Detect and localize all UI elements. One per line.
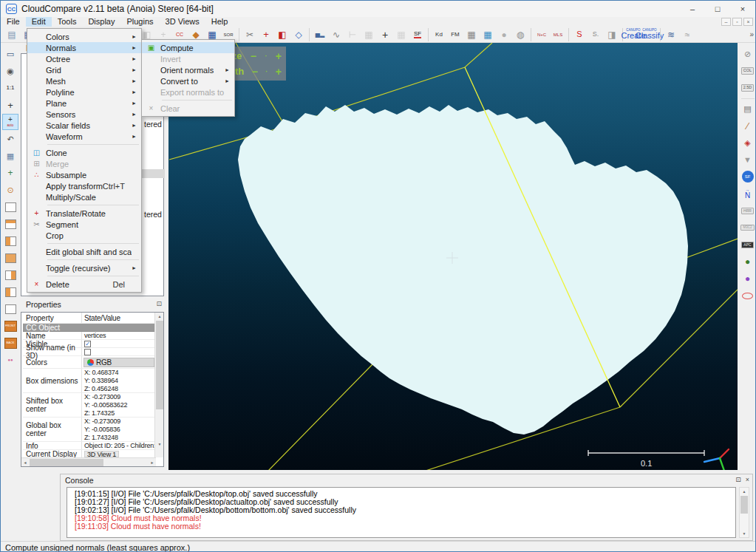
- menu-help[interactable]: Help: [205, 17, 234, 27]
- console-title[interactable]: Console ⊡ ×: [61, 474, 752, 486]
- normals-submenu-item-clear[interactable]: ×Clear: [142, 103, 234, 114]
- normals-curvature-icon[interactable]: N+C: [534, 27, 550, 42]
- classify-icon[interactable]: S.: [588, 27, 604, 42]
- edit-menu-item-plane[interactable]: Plane►: [27, 98, 141, 109]
- line-width-minus-button[interactable]: −: [252, 66, 258, 78]
- edit-menu-item-subsample[interactable]: ∴Subsample: [27, 169, 141, 180]
- edit-menu-item-merge[interactable]: ⊞Merge: [27, 158, 141, 169]
- m3c2-icon[interactable]: M3C2: [740, 219, 756, 236]
- edit-menu-item-polyline[interactable]: Polyline►: [27, 86, 141, 98]
- edit-menu-item-delete[interactable]: ×DeleteDel: [27, 279, 141, 290]
- edit-menu-item-mesh[interactable]: Mesh►: [27, 75, 141, 86]
- view-right-icon[interactable]: [2, 267, 18, 283]
- translate-rotate-icon[interactable]: +: [258, 27, 274, 42]
- console-close-icon[interactable]: ×: [746, 476, 749, 483]
- clean-broom-icon[interactable]: ∕: [740, 117, 756, 134]
- normals-tool-icon[interactable]: →N: [740, 185, 756, 202]
- scroll-right-icon[interactable]: ►: [149, 458, 156, 467]
- db-tree-item-label[interactable]: tered: [144, 210, 162, 219]
- maximize-button[interactable]: □: [705, 1, 730, 17]
- ellipse-roi-icon[interactable]: [740, 287, 756, 304]
- edit-menu-item-crop[interactable]: Crop: [27, 230, 141, 241]
- properties-title[interactable]: Properties ⊡: [20, 299, 165, 310]
- title-bar[interactable]: CC CloudCompare v2.11 beta (Anoia) Stere…: [1, 1, 755, 17]
- open-icon[interactable]: ▤: [4, 27, 20, 42]
- pan-view-icon[interactable]: +: [2, 165, 18, 181]
- scroll-left-icon[interactable]: ◄: [21, 458, 29, 467]
- menu-3d-views[interactable]: 3D Views: [160, 17, 205, 27]
- zoom-view-icon[interactable]: ⊙: [2, 182, 18, 198]
- line-width-plus-button[interactable]: +: [276, 66, 282, 78]
- edit-menu-item-toggle-recursive[interactable]: Toggle (recursive)►: [27, 262, 141, 273]
- console-log[interactable]: [19:01:15] [I/O] File 'C:/Users/pfalk/De…: [67, 487, 736, 538]
- edit-menu-item-octree[interactable]: Octree►: [27, 53, 141, 64]
- edit-menu-item-multiply-scale[interactable]: Multiply/Scale: [27, 191, 141, 202]
- zoom-1-1-icon[interactable]: 1:1: [2, 80, 18, 96]
- add-icon[interactable]: +: [377, 27, 393, 42]
- shield-icon[interactable]: ▼: [740, 151, 756, 168]
- rasterize-25d-icon[interactable]: 2.5D: [740, 80, 756, 96]
- 3d-viewport[interactable]: 0.1 ize − · + dth − · +: [168, 43, 738, 470]
- render-to-file-icon[interactable]: ▦: [463, 27, 480, 42]
- rsd-icon[interactable]: ●: [740, 270, 756, 287]
- normals-submenu-item-export-normals-to-sf-s[interactable]: Export normals to SF(s): [142, 86, 234, 98]
- view-top-icon[interactable]: [2, 216, 18, 232]
- normals-submenu-item-orient-normals[interactable]: Orient normals►: [142, 64, 234, 75]
- dock-pin-icon[interactable]: ⊡: [156, 300, 162, 307]
- scalar-fields-icon[interactable]: SF: [409, 27, 426, 42]
- animation-icon[interactable]: ▤: [740, 100, 756, 117]
- edit-menu-item-colors[interactable]: Colors►: [27, 31, 141, 42]
- curve-fit-icon[interactable]: ∿: [328, 27, 344, 42]
- edit-menu-item-normals[interactable]: Normals►: [27, 42, 141, 53]
- disable-filter-icon[interactable]: ⊘: [740, 46, 756, 62]
- menu-display[interactable]: Display: [82, 17, 120, 27]
- menu-edit[interactable]: Edit: [26, 17, 52, 27]
- hrr-icon[interactable]: HRR: [740, 202, 756, 219]
- minimize-button[interactable]: –: [680, 1, 705, 17]
- edit-menu-item-scalar-fields[interactable]: Scalar fields►: [27, 120, 141, 131]
- edit-menu-item-grid[interactable]: Grid►: [27, 64, 141, 75]
- point-size-minus-button[interactable]: −: [251, 50, 256, 62]
- auto-pick-center-icon[interactable]: +auto: [2, 114, 18, 130]
- console-pin-icon[interactable]: ⊡: [735, 476, 741, 483]
- apc-icon[interactable]: APC: [740, 236, 756, 253]
- colorize-icon[interactable]: COL: [740, 63, 756, 79]
- edit-menu-item-waveform[interactable]: Waveform►: [27, 131, 141, 142]
- menu-tools[interactable]: Tools: [52, 17, 83, 27]
- scroll-down-icon[interactable]: ▼: [740, 530, 749, 537]
- properties-vscrollbar[interactable]: ▲ ▼: [154, 313, 163, 457]
- child-restore-button[interactable]: ▫: [732, 18, 742, 26]
- db-tree-item-label[interactable]: tered: [144, 120, 162, 129]
- rotate-view-icon[interactable]: ↶: [2, 131, 18, 147]
- edit-menu-item-sensors[interactable]: Sensors►: [27, 109, 141, 120]
- point-cloud[interactable]: [238, 105, 688, 435]
- edit-menu-item-clone[interactable]: ◫Clone: [27, 147, 141, 158]
- menu-file[interactable]: File: [1, 17, 26, 27]
- hough-normals-icon[interactable]: ●: [740, 253, 756, 270]
- compass-icon[interactable]: ◈: [740, 134, 756, 151]
- view-bottom-icon[interactable]: [2, 301, 18, 317]
- crop-icon[interactable]: ◧: [274, 27, 290, 42]
- edit-menu-item-edit-global-shift-and-scale[interactable]: Edit global shift and scale: [27, 246, 141, 257]
- rasterize-icon[interactable]: ▦: [361, 27, 377, 42]
- bubble-view-icon[interactable]: ▦: [2, 148, 18, 164]
- point-size-plus-button[interactable]: +: [276, 50, 282, 62]
- calculator-icon[interactable]: ▦: [393, 27, 409, 42]
- view-front-icon[interactable]: [2, 250, 18, 266]
- colors-rgb-button[interactable]: RGB: [84, 358, 154, 367]
- canupo-classify-icon[interactable]: CANUPOClassify: [641, 27, 658, 42]
- normals-submenu-item-invert[interactable]: Invert: [142, 53, 234, 64]
- child-minimize-button[interactable]: –: [721, 18, 731, 26]
- polyline-icon[interactable]: ◇: [290, 27, 307, 42]
- sphere-icon[interactable]: ●: [496, 27, 512, 42]
- waveform-peaks-icon[interactable]: ≋: [663, 27, 679, 42]
- properties-hscrollbar[interactable]: ◄ ►: [21, 457, 156, 466]
- segment-icon[interactable]: ✂: [242, 27, 258, 42]
- facets-icon[interactable]: FM: [447, 27, 463, 42]
- pick-rotation-center-icon[interactable]: +: [2, 97, 18, 113]
- profile-icon[interactable]: ⊢: [344, 27, 361, 42]
- scroll-up-icon[interactable]: ▲: [155, 313, 164, 320]
- edit-menu-item-translate-rotate[interactable]: +Translate/Rotate: [27, 208, 141, 219]
- current-display-dropdown[interactable]: 3D View 1: [84, 451, 119, 457]
- csf-filter-icon[interactable]: S: [571, 27, 588, 42]
